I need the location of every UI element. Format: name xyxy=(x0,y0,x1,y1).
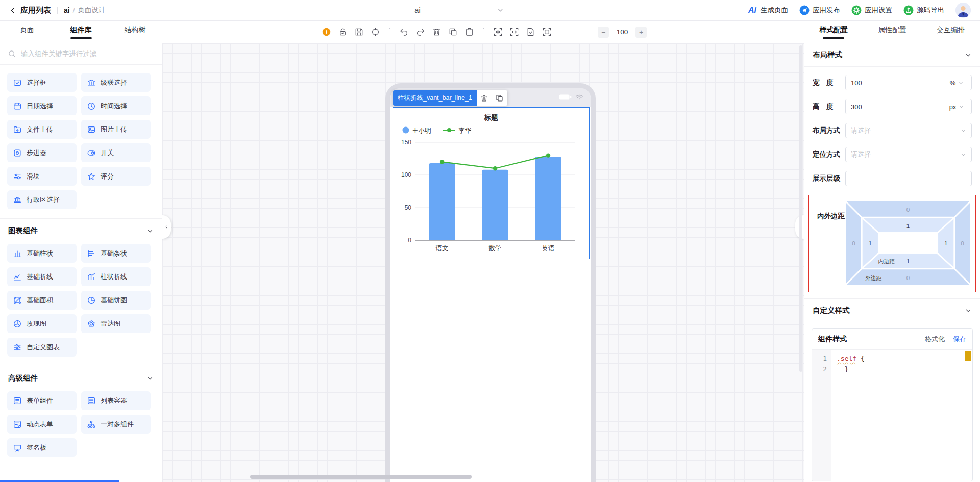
component-item[interactable]: 基础面积 xyxy=(7,291,77,310)
unlock-button[interactable] xyxy=(336,25,350,39)
sidebar-group-header[interactable]: 图表组件 xyxy=(0,218,162,242)
save-button[interactable] xyxy=(352,25,366,39)
delete-component-button[interactable] xyxy=(477,90,492,106)
component-item[interactable]: 滑块 xyxy=(7,167,77,186)
tab-样式配置[interactable]: 样式配置 xyxy=(804,21,863,43)
paste-button[interactable] xyxy=(462,25,476,39)
redo-button[interactable] xyxy=(413,25,427,39)
code-content[interactable]: .self { } xyxy=(831,350,972,481)
target-button[interactable] xyxy=(369,25,382,39)
code-line[interactable]: } xyxy=(837,364,972,374)
back-button[interactable]: 应用列表 xyxy=(20,6,51,15)
component-item[interactable]: 级联选择 xyxy=(81,73,151,92)
code-line[interactable]: .self { xyxy=(837,353,972,364)
info-button[interactable] xyxy=(320,25,333,39)
delete-button[interactable] xyxy=(430,25,444,39)
layout-style-section-header[interactable]: 布局样式 xyxy=(804,43,980,67)
copy-component-button[interactable] xyxy=(492,90,507,106)
app-settings-button[interactable]: 应用设置 xyxy=(851,5,892,15)
sidebar-scrollbar[interactable] xyxy=(0,480,119,482)
tab-结构树[interactable]: 结构树 xyxy=(108,21,162,43)
component-item[interactable]: 自定义图表 xyxy=(7,338,77,357)
component-item[interactable]: 列表容器 xyxy=(81,391,151,410)
component-item[interactable]: 时间选择 xyxy=(81,96,151,115)
tab-交互编排[interactable]: 交互编排 xyxy=(921,21,980,43)
hbar-chart-icon xyxy=(87,249,96,258)
component-item[interactable]: 图片上传 xyxy=(81,120,151,139)
user-avatar[interactable] xyxy=(955,3,971,18)
sidebar-group-header[interactable]: 高级组件 xyxy=(0,366,162,389)
component-item[interactable]: 雷达图 xyxy=(81,314,151,333)
component-item[interactable]: 表单组件 xyxy=(7,391,77,410)
component-item[interactable]: 文件上传 xyxy=(7,120,77,139)
frame-select-button[interactable] xyxy=(540,25,554,39)
canvas-vertical-scrollbar[interactable] xyxy=(799,45,802,372)
chevron-down-icon xyxy=(146,227,154,235)
preview-scan-button[interactable] xyxy=(491,25,505,39)
padding-right-value[interactable]: 1 xyxy=(944,240,948,246)
component-item[interactable]: 基础饼图 xyxy=(81,291,151,310)
copy-button[interactable] xyxy=(446,25,460,39)
canvas-horizontal-scrollbar[interactable] xyxy=(250,475,472,479)
tab-属性配置[interactable]: 属性配置 xyxy=(863,21,922,43)
component-item[interactable]: 日期选择 xyxy=(7,96,77,115)
padding-bottom-value[interactable]: 1 xyxy=(906,258,910,264)
code-scan-button[interactable] xyxy=(507,25,521,39)
component-item[interactable]: 一对多组件 xyxy=(81,415,151,434)
save-button[interactable]: 保存 xyxy=(953,335,966,344)
margin-right-value[interactable]: 0 xyxy=(961,240,964,246)
chevron-down-icon xyxy=(497,7,504,14)
padding-left-value[interactable]: 1 xyxy=(869,240,872,246)
height-input[interactable] xyxy=(846,99,942,114)
zoom-in-button[interactable]: + xyxy=(635,27,647,38)
component-item[interactable]: 基础柱状 xyxy=(7,244,77,263)
component-item[interactable]: 行政区选择 xyxy=(7,190,77,209)
component-item[interactable]: 基础折线 xyxy=(7,267,77,286)
padding-top-value[interactable]: 1 xyxy=(906,222,910,229)
margin-bottom-value[interactable]: 0 xyxy=(906,274,910,281)
zoom-level[interactable]: 100 xyxy=(612,28,632,36)
width-input[interactable] xyxy=(846,75,942,90)
component-item[interactable]: 开关 xyxy=(81,143,151,162)
css-code-editor[interactable]: 12 .self { } xyxy=(812,349,972,481)
source-export-button[interactable]: 源码导出 xyxy=(903,5,944,15)
box-model-widget[interactable]: 0 0 0 0 1 1 1 1 内边距 外边距 xyxy=(846,200,970,286)
component-item[interactable]: 柱状折线 xyxy=(81,267,151,286)
undo-button[interactable] xyxy=(397,25,411,39)
tab-页面[interactable]: 页面 xyxy=(0,21,54,43)
breadcrumb-app-name[interactable]: ai xyxy=(64,6,70,14)
back-icon[interactable] xyxy=(9,7,17,14)
doc-check-button[interactable] xyxy=(524,25,537,39)
selected-component-name[interactable]: 柱状折线_vant_bar_line_1 xyxy=(393,90,477,106)
component-item-label: 开关 xyxy=(101,148,114,158)
format-button[interactable]: 格式化 xyxy=(925,335,945,344)
component-item[interactable]: 选择框 xyxy=(7,73,77,92)
margin-top-value[interactable]: 0 xyxy=(906,207,910,213)
tab-组件库[interactable]: 组件库 xyxy=(54,21,108,43)
chevron-down-icon xyxy=(146,375,154,382)
component-item[interactable]: 动态表单 xyxy=(7,415,77,434)
search-input[interactable] xyxy=(21,50,154,58)
page-title-dropdown[interactable]: ai xyxy=(414,6,504,14)
height-unit-select[interactable]: px xyxy=(942,99,971,114)
custom-style-section-header[interactable]: 自定义样式 xyxy=(804,298,980,322)
component-item-label: 日期选择 xyxy=(27,102,53,111)
component-item[interactable]: 评分 xyxy=(81,167,151,186)
app-publish-button[interactable]: 应用发布 xyxy=(799,5,840,15)
margin-left-value[interactable]: 0 xyxy=(852,240,855,246)
component-item[interactable]: 玫瑰图 xyxy=(7,314,77,333)
z-level-input[interactable] xyxy=(845,171,972,186)
component-item[interactable]: 签名板 xyxy=(7,438,77,457)
component-item[interactable]: 步进器 xyxy=(7,143,77,162)
position-mode-select[interactable]: 请选择 xyxy=(845,147,972,162)
design-canvas[interactable]: 柱状折线_vant_bar_line_1 标题王小明李华050100150语文数… xyxy=(162,43,804,482)
collapse-sidebar-handle[interactable] xyxy=(162,215,171,239)
component-item-label: 级联选择 xyxy=(101,78,127,87)
bar-line-chart-component[interactable]: 标题王小明李华050100150语文数学英语 xyxy=(393,107,590,259)
width-unit-select[interactable]: % xyxy=(942,75,971,90)
zoom-out-button[interactable]: − xyxy=(598,27,609,38)
layout-mode-select[interactable]: 请选择 xyxy=(845,123,972,138)
component-item[interactable]: 基础条状 xyxy=(81,244,151,263)
svg-text:100: 100 xyxy=(401,171,411,179)
generate-page-button[interactable]: Ai生成页面 xyxy=(747,5,788,15)
